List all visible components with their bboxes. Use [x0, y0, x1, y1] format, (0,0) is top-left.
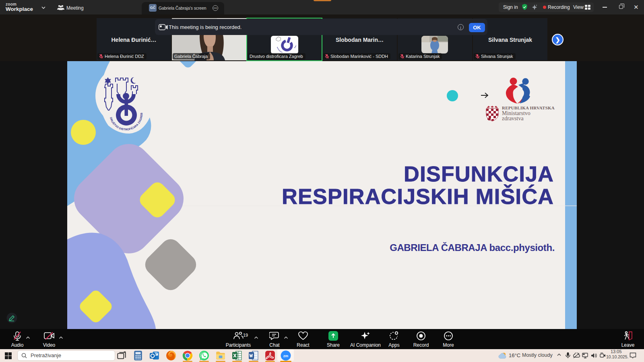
- svg-text:zm: zm: [283, 354, 288, 358]
